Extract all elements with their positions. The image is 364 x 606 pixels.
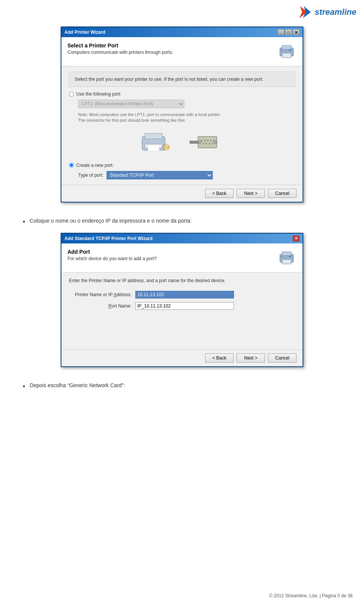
svg-rect-30 (281, 256, 282, 257)
dialog1-next-button[interactable]: Next > (237, 189, 265, 198)
svg-point-22 (209, 143, 210, 144)
dialog1-body: Select the port you want your printer to… (61, 66, 303, 202)
add-tcpip-wizard-dialog: Add Standard TCP/IP Printer Port Wizard … (61, 233, 303, 367)
dialog1-titlebar: Add Printer Wizard _ □ ✕ (61, 27, 303, 37)
dialog2-header: Add Port For which device do you want to… (61, 243, 303, 273)
svg-rect-27 (282, 252, 291, 256)
dialog2-subtext: For which device do you want to add a po… (67, 256, 157, 261)
dialog1-header: Select a Printer Port Computers communic… (61, 37, 303, 66)
printer-header-icon (277, 42, 297, 61)
printer-header-icon-2 (277, 249, 297, 267)
dialog1-header-text: Select a Printer Port Computers communic… (67, 42, 173, 55)
svg-point-21 (206, 143, 207, 144)
use-port-label: Use the following port: (76, 91, 121, 97)
dialog2-heading: Add Port (67, 249, 157, 255)
dialog2-back-button[interactable]: < Back (205, 353, 234, 363)
dialog1-back-button[interactable]: < Back (205, 189, 234, 198)
port-dropdown[interactable]: LPT1: (Recommended Printer Port) (78, 100, 184, 108)
dialog1-info-box: Select the port you want your printer to… (69, 72, 295, 87)
svg-rect-10 (148, 145, 159, 151)
note-text: Note: Most computers use the LPT1: port … (78, 112, 295, 124)
svg-point-16 (204, 140, 206, 141)
dialog1-title: Add Printer Wizard (64, 30, 105, 35)
dialog2-titlebar: Add Standard TCP/IP Printer Port Wizard … (61, 234, 303, 243)
create-port-radio[interactable] (69, 163, 74, 168)
dialog1-footer: < Back Next > Cancel (61, 185, 303, 202)
printer-illustration (140, 128, 174, 157)
use-port-option: Use the following port: (69, 91, 295, 97)
svg-rect-28 (282, 259, 291, 264)
svg-rect-3 (282, 46, 291, 49)
svg-rect-29 (289, 256, 291, 257)
dialog2-titlebar-buttons: ✕ (293, 235, 300, 242)
bullet-text-1: Coloque o nome ou o endereço IP da impre… (30, 218, 191, 224)
connector-illustration (190, 131, 224, 154)
dialog2-header-text: Add Port For which device do you want to… (67, 249, 157, 261)
dialog1-close-button[interactable]: ✕ (293, 29, 300, 35)
streamline-logo-icon (297, 5, 312, 20)
dialog1-maximize-button[interactable]: □ (285, 29, 292, 35)
bullet-text-2: Depois escolha “Generic Network Card”: (30, 382, 125, 388)
dialog2-body: Enter the Printer Name or IP address, an… (61, 273, 303, 366)
svg-point-24 (198, 141, 201, 144)
dialog2-next-button[interactable]: Next > (237, 353, 265, 363)
svg-rect-12 (163, 146, 169, 148)
dialog1-content: Select the port you want your printer to… (61, 66, 303, 185)
connector-images (69, 128, 295, 157)
dialog1-cancel-button[interactable]: Cancel (268, 189, 297, 198)
main-content: Add Printer Wizard _ □ ✕ Select a Printe… (0, 0, 364, 420)
add-printer-wizard-dialog: Add Printer Wizard _ □ ✕ Select a Printe… (61, 27, 303, 203)
svg-rect-8 (145, 133, 162, 139)
printer-name-label: Printer Name or IP Address: (69, 292, 135, 297)
create-port-label: Create a new port: (76, 163, 114, 168)
svg-point-15 (201, 140, 202, 141)
logo-text: streamline (315, 7, 356, 17)
svg-point-18 (210, 140, 212, 141)
bullet-dot-2: • (23, 383, 25, 390)
footer-text: © 2012 Streamline, Lda. | Página 5 de 38 (269, 593, 353, 598)
printer-name-input[interactable] (135, 291, 234, 298)
dialog1-minimize-button[interactable]: _ (278, 29, 284, 35)
port-name-input[interactable] (135, 302, 234, 310)
printer-name-row: Printer Name or IP Address: (69, 291, 295, 298)
port-type-row: Type of port: Standard TCP/IP Port (78, 171, 295, 179)
use-port-radio[interactable] (69, 92, 74, 97)
create-port-option: Create a new port: (69, 163, 295, 168)
bullet-dot-1: • (23, 218, 25, 225)
bullet-item-2: • Depois escolha “Generic Network Card”: (23, 382, 341, 390)
dialog1-titlebar-buttons: _ □ ✕ (278, 29, 300, 35)
svg-point-20 (202, 143, 204, 144)
dialog2-info-text: Enter the Printer Name or IP address, an… (69, 278, 295, 283)
dialog2-close-button[interactable]: ✕ (293, 235, 300, 242)
logo-area: streamline (297, 5, 356, 20)
port-name-label: Port Name: (69, 303, 135, 309)
dialog2-content: Enter the Printer Name or IP address, an… (61, 273, 303, 349)
svg-rect-6 (281, 50, 282, 51)
dialog1-info-text: Select the port you want your printer to… (75, 77, 264, 82)
svg-point-25 (214, 141, 217, 144)
port-type-label: Type of port: (78, 173, 104, 178)
dialog2-title: Add Standard TCP/IP Printer Port Wizard (64, 236, 152, 241)
svg-point-23 (212, 143, 213, 144)
page-footer: © 2012 Streamline, Lda. | Página 5 de 38 (269, 593, 353, 598)
bullet-item-1: • Coloque o nome ou o endereço IP da imp… (23, 218, 341, 225)
port-select-row: LPT1: (Recommended Printer Port) (78, 100, 295, 108)
dialog1-heading: Select a Printer Port (67, 42, 173, 49)
port-type-dropdown[interactable]: Standard TCP/IP Port (107, 171, 213, 179)
dialog2-footer: < Back Next > Cancel (61, 349, 303, 366)
svg-rect-4 (282, 53, 291, 58)
dialog1-subtext: Computers communicate with printers thro… (67, 50, 173, 55)
svg-rect-5 (289, 49, 291, 51)
port-name-row: Port Name: (69, 302, 295, 310)
dialog2-cancel-button[interactable]: Cancel (268, 353, 297, 363)
svg-point-17 (207, 140, 209, 141)
dialog2-spacer (69, 314, 295, 344)
